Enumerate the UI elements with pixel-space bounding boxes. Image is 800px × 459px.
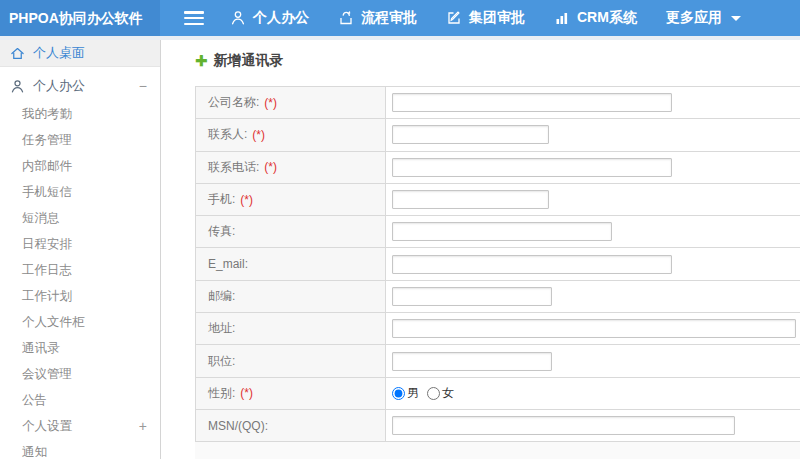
field-value-email	[386, 248, 800, 279]
mobile-input[interactable]	[392, 190, 549, 209]
required-marker: (*)	[240, 193, 253, 207]
field-label-text: 性别:	[208, 385, 235, 402]
sidebar-item-work-plan[interactable]: 工作计划	[0, 283, 160, 309]
nav-item-more-apps[interactable]: 更多应用	[666, 9, 741, 27]
field-label-address: 地址:	[196, 313, 386, 344]
contact-person-input[interactable]	[392, 125, 549, 144]
form-row-email: E_mail:	[196, 248, 800, 280]
sidebar-item-my-attendance[interactable]: 我的考勤	[0, 101, 160, 127]
sidebar-item-label: 通知	[22, 444, 47, 459]
field-value-gender: 男女	[386, 378, 800, 409]
bar-chart-icon	[554, 10, 570, 26]
required-marker: (*)	[252, 128, 265, 142]
expand-icon[interactable]: +	[139, 419, 147, 433]
nav-item-process-approval[interactable]: 流程审批	[338, 9, 417, 27]
sidebar-item-schedule[interactable]: 日程安排	[0, 231, 160, 257]
gender-radio[interactable]	[427, 387, 440, 400]
sidebar-item-announcement[interactable]: 公告	[0, 387, 160, 413]
sidebar-item-notification[interactable]: 通知	[0, 439, 160, 459]
sidebar-item-short-message[interactable]: 短消息	[0, 205, 160, 231]
nav-item-label: 集团审批	[469, 9, 525, 27]
sidebar-item-address-book[interactable]: 通讯录	[0, 335, 160, 361]
field-value-msn-qq	[386, 410, 800, 441]
form-row-position: 职位:	[196, 345, 800, 377]
sidebar-item-label: 个人桌面	[33, 44, 85, 62]
sidebar-item-label: 会议管理	[22, 366, 72, 383]
sidebar-item-mobile-sms[interactable]: 手机短信	[0, 179, 160, 205]
field-value-zip-code	[386, 281, 800, 312]
nav-item-label: 更多应用	[666, 9, 722, 27]
hamburger-menu-icon[interactable]	[184, 11, 204, 25]
email-input[interactable]	[392, 255, 672, 274]
field-label-text: 手机:	[208, 191, 235, 208]
edit-icon	[446, 10, 462, 26]
collapse-icon[interactable]: −	[139, 79, 147, 93]
sidebar-item-label: 个人文件柜	[22, 314, 85, 331]
nav-item-personal-office[interactable]: 个人办公	[230, 9, 309, 27]
field-label-gender: 性别:(*)	[196, 378, 386, 409]
nav-item-group-approval[interactable]: 集团审批	[446, 9, 525, 27]
sidebar-item-label: 公告	[22, 392, 47, 409]
nav-item-label: 流程审批	[361, 9, 417, 27]
sidebar-item-label: 内部邮件	[22, 158, 72, 175]
top-nav: 个人办公流程审批集团审批CRM系统更多应用	[230, 9, 770, 27]
gender-radio[interactable]	[392, 387, 405, 400]
gender-option-女[interactable]: 女	[427, 385, 454, 402]
sidebar-item-personal-settings[interactable]: 个人设置+	[0, 413, 160, 439]
form-footer: 保存	[195, 442, 800, 459]
zip-code-input[interactable]	[392, 287, 552, 306]
nav-item-label: 个人办公	[253, 9, 309, 27]
gender-option-男[interactable]: 男	[392, 385, 419, 402]
field-label-text: 联系电话:	[208, 159, 259, 176]
field-label-text: 传真:	[208, 223, 235, 240]
form-row-gender: 性别:(*)男女	[196, 378, 800, 410]
form-row-fax: 传真:	[196, 216, 800, 248]
sidebar-item-internal-mail[interactable]: 内部邮件	[0, 153, 160, 179]
field-label-mobile: 手机:(*)	[196, 184, 386, 215]
fax-input[interactable]	[392, 222, 612, 241]
field-label-zip-code: 邮编:	[196, 281, 386, 312]
sidebar-item-task-management[interactable]: 任务管理	[0, 127, 160, 153]
field-label-text: 公司名称:	[208, 94, 259, 111]
top-bar: PHPOA协同办公软件 个人办公流程审批集团审批CRM系统更多应用	[0, 0, 800, 36]
contact-phone-input[interactable]	[392, 158, 672, 177]
form-row-mobile: 手机:(*)	[196, 184, 800, 216]
sidebar-item-personal-office[interactable]: 个人办公−	[0, 71, 160, 101]
main-content: ✚ 新增通讯录 公司名称:(*)联系人:(*)联系电话:(*)手机:(*)传真:…	[162, 40, 800, 459]
user-icon	[230, 10, 246, 26]
field-value-contact-person	[386, 119, 800, 150]
sidebar-item-personal-desktop[interactable]: 个人桌面	[0, 40, 160, 67]
field-value-company-name	[386, 87, 800, 118]
field-label-text: 职位:	[208, 353, 235, 370]
position-input[interactable]	[392, 352, 552, 371]
sidebar-item-label: 日程安排	[22, 236, 72, 253]
field-label-email: E_mail:	[196, 248, 386, 279]
nav-item-crm-system[interactable]: CRM系统	[554, 9, 637, 27]
sidebar-item-label: 任务管理	[22, 132, 72, 149]
form-row-address: 地址:	[196, 313, 800, 345]
gender-radio-group: 男女	[392, 385, 462, 402]
sidebar-item-personal-file-cabinet[interactable]: 个人文件柜	[0, 309, 160, 335]
msn-qq-input[interactable]	[392, 416, 735, 435]
required-marker: (*)	[240, 386, 253, 400]
field-label-text: 地址:	[208, 320, 235, 337]
company-name-input[interactable]	[392, 93, 672, 112]
radio-option-label: 男	[407, 385, 419, 402]
field-label-company-name: 公司名称:(*)	[196, 87, 386, 118]
page-title-text: 新增通讯录	[214, 52, 284, 70]
sidebar-item-label: 工作日志	[22, 262, 72, 279]
sidebar-item-meeting-management[interactable]: 会议管理	[0, 361, 160, 387]
radio-option-label: 女	[442, 385, 454, 402]
form-row-msn-qq: MSN/(QQ):	[196, 410, 800, 442]
required-marker: (*)	[264, 160, 277, 174]
add-plus-icon: ✚	[195, 52, 208, 70]
field-value-mobile	[386, 184, 800, 215]
app-root: PHPOA协同办公软件 个人办公流程审批集团审批CRM系统更多应用 个人桌面个人…	[0, 0, 800, 459]
address-input[interactable]	[392, 319, 796, 338]
form-row-zip-code: 邮编:	[196, 281, 800, 313]
field-label-position: 职位:	[196, 345, 386, 376]
page-title: ✚ 新增通讯录	[195, 52, 284, 70]
sidebar: 个人桌面个人办公−我的考勤任务管理内部邮件手机短信短消息日程安排工作日志工作计划…	[0, 40, 161, 459]
field-label-contact-phone: 联系电话:(*)	[196, 152, 386, 183]
sidebar-item-work-log[interactable]: 工作日志	[0, 257, 160, 283]
